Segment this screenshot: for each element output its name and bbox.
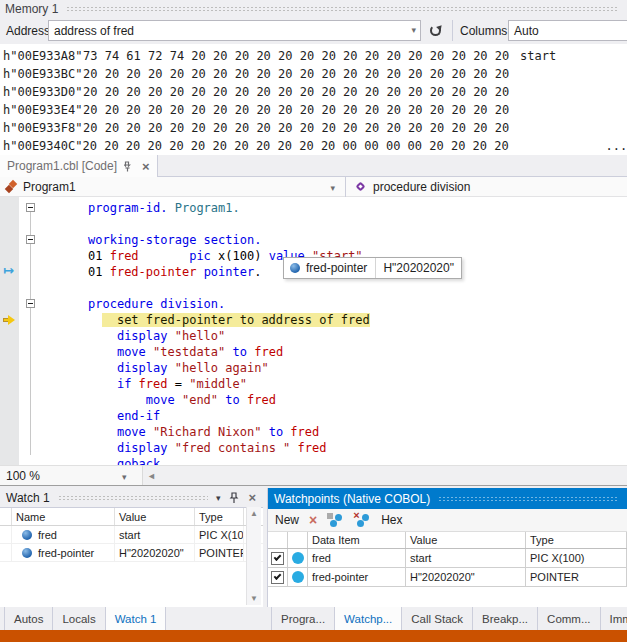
code-line[interactable]: end-if xyxy=(0,408,627,424)
close-icon[interactable]: × xyxy=(142,160,150,173)
column-header-type[interactable]: Type xyxy=(195,508,244,525)
drag-grip[interactable] xyxy=(58,495,208,501)
close-icon[interactable]: × xyxy=(248,491,256,504)
window-menu-icon[interactable]: ▾ xyxy=(216,493,221,503)
fold-collapse-icon[interactable] xyxy=(26,299,35,308)
tab-watchp[interactable]: Watchp... xyxy=(335,607,402,630)
scroll-left-icon[interactable]: ◄ xyxy=(147,471,156,481)
code-line[interactable]: move "Richard Nixon" to fred xyxy=(0,424,627,440)
delete-all-watchpoints-icon[interactable]: × xyxy=(354,513,371,528)
watchpoints-panel-titlebar[interactable]: Watchpoints (Native COBOL) xyxy=(268,488,627,509)
tab-program1-cbl[interactable]: Program1.cbl [Code] × xyxy=(0,155,158,177)
column-header-value[interactable]: Value xyxy=(115,508,195,525)
new-watchpoint-button[interactable]: New xyxy=(275,513,299,527)
code-line[interactable]: working-storage section. xyxy=(0,232,627,248)
watch-name-cell[interactable]: fred-pointer xyxy=(12,544,115,561)
types-dropdown[interactable]: Program1 ▾ xyxy=(0,177,345,197)
code-line[interactable]: display "fred contains " fred xyxy=(0,440,627,456)
memory-panel-titlebar[interactable]: Memory 1 xyxy=(0,0,627,17)
watchpoint-data-item-cell[interactable]: fred xyxy=(308,549,406,567)
watchpoint-type-cell: POINTER xyxy=(526,568,627,586)
address-input[interactable]: address of fred ▾ xyxy=(48,20,421,41)
watchpoint-value-cell[interactable]: start xyxy=(406,549,526,567)
tab-watch-1[interactable]: Watch 1 xyxy=(106,607,167,630)
memory-row[interactable]: h"00E9340C"20 20 20 20 20 20 20 20 20 20… xyxy=(0,137,627,155)
pin-icon[interactable] xyxy=(124,161,135,172)
memory-hex-view[interactable]: h"00E933A8"73 74 61 72 74 20 20 20 20 20… xyxy=(0,44,627,155)
watchpoint-value-cell[interactable]: H"20202020" xyxy=(406,568,526,586)
code-line[interactable]: goback. xyxy=(0,456,627,465)
code-line[interactable]: display "hello" xyxy=(0,328,627,344)
code-line[interactable] xyxy=(0,280,627,296)
scroll-up-icon[interactable]: ▲ xyxy=(250,509,258,518)
watch-row[interactable]: fred-pointerH"20202020"POINTER xyxy=(0,544,263,562)
checkbox-icon[interactable] xyxy=(271,552,284,565)
datatip-popup[interactable]: fred-pointer H"20202020" xyxy=(283,257,462,279)
watchpoints-panel: Watchpoints (Native COBOL) New × × Hex D… xyxy=(267,488,627,607)
memory-row[interactable]: h"00E933A8"73 74 61 72 74 20 20 20 20 20… xyxy=(0,47,627,65)
checkbox-icon[interactable] xyxy=(271,571,284,584)
memory-row[interactable]: h"00E933BC"20 20 20 20 20 20 20 20 20 20… xyxy=(0,65,627,83)
code-line[interactable] xyxy=(0,216,627,232)
code-line[interactable]: move "end" to fred xyxy=(0,392,627,408)
column-header-value[interactable]: Value xyxy=(406,532,526,548)
refresh-button[interactable] xyxy=(429,23,444,38)
memory-panel: Memory 1 Address: address of fred ▾ Colu… xyxy=(0,0,627,155)
watch-panel-titlebar[interactable]: Watch 1 ▾ × xyxy=(0,488,263,507)
tab-locals[interactable]: Locals xyxy=(53,607,105,630)
memory-row[interactable]: h"00E933E4"20 20 20 20 20 20 20 20 20 20… xyxy=(0,101,627,119)
watch-value-cell[interactable]: H"20202020" xyxy=(115,544,195,561)
zoom-level-control[interactable]: 100 % xyxy=(6,469,40,483)
code-line[interactable]: procedure division. xyxy=(0,296,627,312)
tab-immedi[interactable]: Immedi... xyxy=(601,607,627,630)
code-editor[interactable]: program-id. Program1.working-storage sec… xyxy=(0,197,627,465)
hex-toggle-button[interactable]: Hex xyxy=(381,513,402,527)
address-label: Address: xyxy=(6,24,53,38)
watchpoint-data-item-cell[interactable]: fred-pointer xyxy=(308,568,406,586)
column-header-name[interactable]: Name xyxy=(12,508,115,525)
tab-comm[interactable]: Comm... xyxy=(538,607,600,630)
chevron-down-icon[interactable]: ▾ xyxy=(122,472,127,482)
tab-call-stack[interactable]: Call Stack xyxy=(402,607,473,630)
columns-input[interactable]: Auto xyxy=(508,20,627,41)
code-line[interactable]: program-id. Program1. xyxy=(0,200,627,216)
scroll-down-icon[interactable]: ▼ xyxy=(250,594,258,603)
disable-all-watchpoints-icon[interactable] xyxy=(327,513,344,528)
tab-progra[interactable]: Progra... xyxy=(271,607,335,630)
watch-table-header[interactable]: Name Value Type xyxy=(0,508,263,526)
pin-icon[interactable] xyxy=(229,492,239,504)
address-value: address of fred xyxy=(54,24,134,38)
toolbar-divider xyxy=(452,20,453,41)
drag-grip[interactable] xyxy=(438,496,619,502)
column-header-data-item[interactable]: Data Item xyxy=(308,532,406,548)
watch-row[interactable]: fredstartPIC X(100) xyxy=(0,526,263,544)
memory-hex-bytes: 20 20 20 20 20 20 20 20 20 20 20 20 20 2… xyxy=(83,101,510,119)
watch-name-cell[interactable]: fred xyxy=(12,526,115,543)
code-line[interactable]: if fred = "middle" xyxy=(0,376,627,392)
watch-value-cell[interactable]: start xyxy=(115,526,195,543)
memory-row[interactable]: h"00E933F8"20 20 20 20 20 20 20 20 20 20… xyxy=(0,119,627,137)
chevron-down-icon[interactable]: ▾ xyxy=(411,25,416,35)
memory-row[interactable]: h"00E933D0"20 20 20 20 20 20 20 20 20 20… xyxy=(0,83,627,101)
tab-autos[interactable]: Autos xyxy=(4,607,53,630)
column-header-type[interactable]: Type xyxy=(526,532,627,548)
chevron-down-icon[interactable]: ▾ xyxy=(330,183,335,193)
vertical-scrollbar[interactable]: ▲ ▼ xyxy=(246,507,261,605)
horizontal-scrollbar[interactable]: ◄ xyxy=(143,466,627,485)
tab-breakp[interactable]: Breakp... xyxy=(473,607,538,630)
watchpoint-enabled-cell[interactable] xyxy=(268,549,288,567)
drag-grip[interactable] xyxy=(66,6,619,12)
code-line[interactable]: display "hello again" xyxy=(0,360,627,376)
members-dropdown[interactable]: procedure division xyxy=(345,177,627,197)
datatip-variable-value[interactable]: H"20202020" xyxy=(375,258,461,278)
bookmark-arrow-icon[interactable]: ↦ xyxy=(3,264,14,278)
watchpoint-enabled-cell[interactable] xyxy=(268,568,288,586)
fold-collapse-icon[interactable] xyxy=(26,203,35,212)
code-line[interactable]: set fred-pointer to address of fred xyxy=(0,312,627,328)
watchpoint-row[interactable]: fred-pointerH"20202020"POINTER xyxy=(268,568,627,587)
delete-watchpoint-icon[interactable]: × xyxy=(309,513,317,527)
watchpoints-table-header[interactable]: Data Item Value Type xyxy=(268,532,627,549)
watchpoint-row[interactable]: fredstartPIC X(100) xyxy=(268,549,627,568)
fold-collapse-icon[interactable] xyxy=(26,235,35,244)
code-line[interactable]: move "testdata" to fred xyxy=(0,344,627,360)
